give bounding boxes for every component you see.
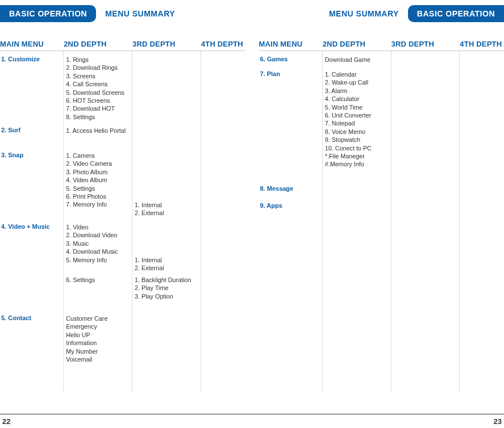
col-main-left: 1. Customize2. Surf3. Snap4. Video + Mus…	[0, 51, 64, 392]
menu-sub-item: 2. Video Camera	[64, 160, 132, 167]
menu-sub-item: 4. Video Album	[64, 176, 132, 184]
header-row-left: BASIC OPERATION MENU SUMMARY	[0, 3, 245, 24]
menu-sub-item: 1. Calendar	[323, 70, 391, 78]
col-main-right: 6. Games7. Plan8. Message9. Apps	[259, 51, 323, 392]
menu-sub-item: Download Game	[323, 56, 391, 64]
main-menu-item: 6. Games	[259, 56, 322, 62]
col-2nd-left: 1. Rings2. Download Rings3. Screens4. Ca…	[64, 51, 132, 392]
content-area-left: 1. Customize2. Surf3. Snap4. Video + Mus…	[0, 51, 245, 392]
menu-sub-item: *.File Maneger	[323, 152, 391, 160]
menu-sub-item: 1. Backlight Duration	[132, 276, 201, 284]
menu-sub-item: 3. Screens	[64, 72, 132, 80]
col-3rd-left: 1. Internal2. External1. Internal2. Exte…	[132, 51, 201, 392]
menu-sub-item: 2. Download Video	[64, 231, 132, 239]
main-menu-item: 8. Message	[259, 185, 322, 192]
menu-sub-item: 3. Alarm	[323, 87, 391, 95]
col-header-3rd: 3RD DEPTH	[132, 40, 201, 48]
col-4th-right	[460, 51, 504, 392]
menu-sub-item: 1. Internal	[132, 201, 201, 209]
menu-sub-item: 4. Download Music	[64, 247, 132, 255]
main-menu-item: 4. Video + Music	[0, 223, 63, 230]
menu-sub-item: 3. Photo Album	[64, 168, 132, 176]
menu-sub-item: 1. Access Helio Portal	[64, 127, 132, 135]
content-area-right: 6. Games7. Plan8. Message9. Apps Downloa…	[259, 51, 505, 392]
menu-sub-item: 2. External	[132, 264, 201, 272]
menu-sub-item: 3. Play Option	[132, 292, 201, 300]
menu-sub-item: 1. Camera	[64, 152, 132, 160]
col-header-2nd-r: 2ND DEPTH	[323, 40, 391, 48]
menu-sub-item: #.Memory Info	[323, 160, 391, 168]
menu-sub-item: 1. Video	[64, 223, 132, 231]
col-header-main-r: MAIN MENU	[259, 40, 323, 48]
header-row-right: MENU SUMMARY BASIC OPERATION	[259, 3, 505, 24]
menu-sub-item: Customer Care	[64, 314, 132, 322]
menu-sub-item: 5. Settings	[64, 184, 132, 192]
menu-sub-item: Emergency	[64, 322, 132, 330]
menu-sub-item: 5. Download Screens	[64, 89, 132, 96]
menu-sub-item: 5. Memory Info	[64, 256, 132, 264]
menu-sub-item: 1. Internal	[132, 256, 201, 264]
menu-sub-item: 2. Download Rings	[64, 64, 132, 72]
menu-sub-item: Information	[64, 339, 132, 347]
col-2nd-right: Download Game1. Calendar2. Wake-up Call3…	[323, 51, 391, 392]
menu-sub-item: 7. Memory Info	[64, 200, 132, 208]
main-menu-item: 3. Snap	[0, 152, 63, 158]
menu-sub-item: 2. Wake-up Call	[323, 78, 391, 86]
col-header-main: MAIN MENU	[0, 40, 64, 48]
menu-sub-item: 2. Play Time	[132, 284, 201, 292]
menu-sub-item: 2. External	[132, 209, 201, 217]
menu-sub-item: 5. World Time	[323, 103, 391, 111]
menu-sub-item: 8. Settings	[64, 113, 132, 121]
main-menu-item: 9. Apps	[259, 202, 322, 209]
menu-sub-item: 9. Stopwatch	[323, 136, 391, 144]
menu-sub-item: 3. Music	[64, 240, 132, 247]
footer-line-left	[0, 414, 252, 414]
column-headers-left: MAIN MENU 2ND DEPTH 3RD DEPTH 4TH DEPTH	[0, 40, 245, 51]
menu-sub-item: 7. Notepad	[323, 119, 391, 127]
main-menu-item: 2. Surf	[0, 127, 63, 133]
chapter-tab-left: BASIC OPERATION	[0, 5, 96, 22]
menu-sub-item: 1. Rings	[64, 56, 132, 64]
column-headers-right: MAIN MENU 2ND DEPTH 3RD DEPTH 4TH DEPTH	[259, 40, 505, 51]
chapter-tab-right: BASIC OPERATION	[408, 5, 504, 22]
menu-sub-item: Voicemail	[64, 355, 132, 363]
col-header-4th-r: 4TH DEPTH	[460, 40, 504, 48]
menu-sub-item: 4. Calculator	[323, 95, 391, 103]
menu-sub-item: 6. Unit Converter	[323, 111, 391, 119]
page-number-left: 22	[2, 417, 10, 426]
menu-sub-item: 6. Print Photos	[64, 192, 132, 200]
menu-sub-item: 4. Call Screens	[64, 80, 132, 88]
menu-sub-item: 7. Download HOT	[64, 104, 132, 112]
main-menu-item: 5. Contact	[0, 314, 63, 321]
main-menu-item: 7. Plan	[259, 70, 322, 77]
breadcrumb-right: MENU SUMMARY	[329, 9, 399, 18]
col-3rd-right	[391, 51, 460, 392]
menu-sub-item: My Number	[64, 347, 132, 355]
menu-sub-item: Helio UP	[64, 331, 132, 339]
menu-sub-item: 6. HOT Screens	[64, 96, 132, 104]
main-menu-item: 1. Customize	[0, 56, 63, 62]
page-number-right: 23	[494, 417, 502, 426]
menu-sub-item: 10. Conect to PC	[323, 144, 391, 152]
breadcrumb-left: MENU SUMMARY	[105, 9, 175, 18]
menu-sub-item: 6. Settings	[64, 276, 132, 284]
footer-line-right	[252, 414, 505, 414]
page-left: BASIC OPERATION MENU SUMMARY MAIN MENU 2…	[0, 0, 252, 428]
col-header-4th: 4TH DEPTH	[201, 40, 245, 48]
menu-sub-item: 8. Voice Memo	[323, 128, 391, 136]
col-header-3rd-r: 3RD DEPTH	[391, 40, 460, 48]
col-4th-left	[201, 51, 245, 392]
page-right: MENU SUMMARY BASIC OPERATION MAIN MENU 2…	[252, 0, 505, 428]
col-header-2nd: 2ND DEPTH	[64, 40, 132, 48]
